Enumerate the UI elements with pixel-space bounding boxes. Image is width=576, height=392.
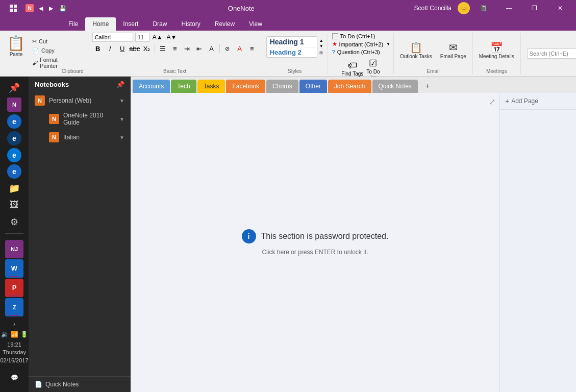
notebook-onenote2010[interactable]: N OneNote 2010 Guide ▼ [43,109,131,129]
notebook-icon-btn[interactable]: 📓 [472,0,495,16]
section-tab-jobsearch[interactable]: Job Search [328,80,371,93]
windows-button[interactable] [4,0,22,16]
todo-tag[interactable]: To Do (Ctrl+1) [331,33,385,40]
tab-draw[interactable]: Draw [145,17,174,31]
zoom-running[interactable]: Z [5,298,23,316]
search-bar[interactable]: 🔍 [527,48,576,59]
tab-review[interactable]: Review [208,17,242,31]
onenote-running[interactable]: NJ [5,240,23,258]
add-page-button[interactable]: + Add Page [500,93,576,110]
notebook-personal-expand[interactable]: ▼ [119,98,124,104]
taskbar-folder-icon[interactable]: 📁 [4,181,24,196]
password-title: This section is password protected. [261,232,389,241]
heading2-style[interactable]: Heading 2 [267,47,317,57]
notebook-italian[interactable]: N Italian ▼ [43,129,131,145]
forward-button[interactable]: ▶ [47,4,55,13]
cut-button[interactable]: ✂ Cut [30,37,60,46]
copy-button[interactable]: 📄 Copy [30,46,60,55]
svg-rect-1 [14,5,17,8]
to-do-tag-button[interactable]: ☑ To Do Tag [366,58,380,79]
meetings-group: 📅 Meeting Details Meetings [473,33,521,74]
taskbar-time: 19:21 Thursday 02/16/2017 [0,341,28,364]
notebook-onenote2010-label: OneNote 2010 Guide [63,112,115,126]
section-tab-quicknotes[interactable]: Quick Notes [372,80,418,93]
heading1-style[interactable]: Heading 1 [267,37,317,47]
numbered-list-button[interactable]: ≡ [169,43,181,54]
word-running[interactable]: W [5,259,23,278]
minimize-button[interactable]: — [497,0,521,16]
taskbar-ie2-icon[interactable]: e [4,148,24,162]
subscript-button[interactable]: X₂ [141,43,153,54]
close-button[interactable]: ✕ [548,0,572,16]
powerpoint-running[interactable]: P [5,279,23,297]
taskbar: 📌 N e e e e 📁 🖼 ⚙ NJ W P Z › [0,77,29,392]
clear-formatting-button[interactable]: A [206,43,217,54]
align-button[interactable]: ≡ [246,43,258,54]
taskbar-chevron[interactable]: › [13,321,15,328]
increase-font-button[interactable]: A▲ [152,33,164,42]
tab-insert[interactable]: Insert [116,17,145,31]
title-bar-right: Scott Concilla 😊 📓 — ❐ ✕ [414,0,572,16]
bullet-list-button[interactable]: ☰ [157,43,168,54]
notebook-onenote2010-expand[interactable]: ▼ [119,116,124,122]
styles-dropdown[interactable]: Heading 1 Heading 2 [266,36,317,58]
section-tab-other[interactable]: Other [299,80,327,93]
title-bar-left: N ◀ ▶ 💾 [4,0,68,16]
taskbar-settings-icon[interactable]: ⚙ [4,214,24,229]
meeting-details-button[interactable]: 📅 Meeting Details [477,40,516,60]
expand-button[interactable]: ⤢ [489,97,495,107]
tab-home[interactable]: Home [85,17,116,31]
search-input[interactable] [530,51,576,57]
italic-button[interactable]: I [105,43,116,54]
back-button[interactable]: ◀ [37,4,45,13]
taskbar-photo-icon[interactable]: 🖼 [4,198,24,213]
quick-notes-item[interactable]: 📄 Quick Notes [29,376,131,392]
highlight-button[interactable]: ⊘ [222,43,233,54]
section-tab-add[interactable]: + [419,80,436,93]
save-button[interactable]: 💾 [57,4,68,13]
notebook-personal[interactable]: N Personal (Web) ▼ [29,92,131,109]
indent-increase-button[interactable]: ⇥ [182,43,193,54]
indent-decrease-button[interactable]: ⇤ [194,43,205,54]
format-painter-button[interactable]: 🖌 Format Painter [30,56,60,70]
section-tab-chorus[interactable]: Chorus [266,80,298,93]
find-tags-button[interactable]: 🏷 Find Tags [341,60,363,77]
section-tab-tech[interactable]: Tech [171,80,196,93]
paste-button[interactable]: 📋 Paste [4,33,28,74]
bold-button[interactable]: B [92,43,104,54]
font-selector[interactable] [92,33,133,42]
email-content: 📋 Outlook Tasks ✉ Email Page [398,33,468,67]
section-tab-accounts[interactable]: Accounts [133,80,170,93]
tags-scroll-arrow[interactable]: ▼ [386,33,390,56]
important-label: Important (Ctrl+2) [339,41,384,47]
notebooks-label: Notebooks [35,81,69,88]
tab-file[interactable]: File [61,17,85,31]
taskbar-notebook-icon[interactable]: N [4,97,24,112]
notebook-italian-expand[interactable]: ▼ [119,135,124,140]
important-tag[interactable]: ★ Important (Ctrl+2) [331,40,385,48]
show-desktop-button[interactable]: 💬 [4,368,24,388]
question-tag[interactable]: ? Question (Ctrl+3) [331,48,385,56]
taskbar-ie-icon[interactable]: e [4,114,24,129]
todo-checkbox [332,33,338,39]
taskbar-ie3-icon[interactable]: e [4,164,24,179]
outlook-tasks-button[interactable]: 📋 Outlook Tasks [398,40,434,60]
section-tab-tasks[interactable]: Tasks [197,80,226,93]
taskbar-pin-icon[interactable]: 📌 [4,81,24,95]
tab-view[interactable]: View [242,17,269,31]
tab-history[interactable]: History [174,17,207,31]
pin-notebooks-button[interactable]: 📌 [116,81,124,88]
section-tab-facebook[interactable]: Facebook [226,80,265,93]
strikethrough-button[interactable]: abc [129,43,140,54]
taskbar-edge-icon[interactable]: e [4,131,24,145]
decrease-font-button[interactable]: A▼ [166,33,178,42]
font-color-button[interactable]: A [234,43,245,54]
password-box: i This section is password protected. Cl… [242,229,389,256]
password-unlock-link[interactable]: Click here or press ENTER to unlock it. [262,249,368,256]
email-page-button[interactable]: ✉ Email Page [438,40,468,60]
restore-button[interactable]: ❐ [523,0,546,16]
font-size-input[interactable] [135,33,149,42]
underline-button[interactable]: U [117,43,128,54]
styles-scroll-buttons[interactable]: ▲ ▼ ⊞ [319,38,323,55]
add-page-icon: + [505,97,509,105]
